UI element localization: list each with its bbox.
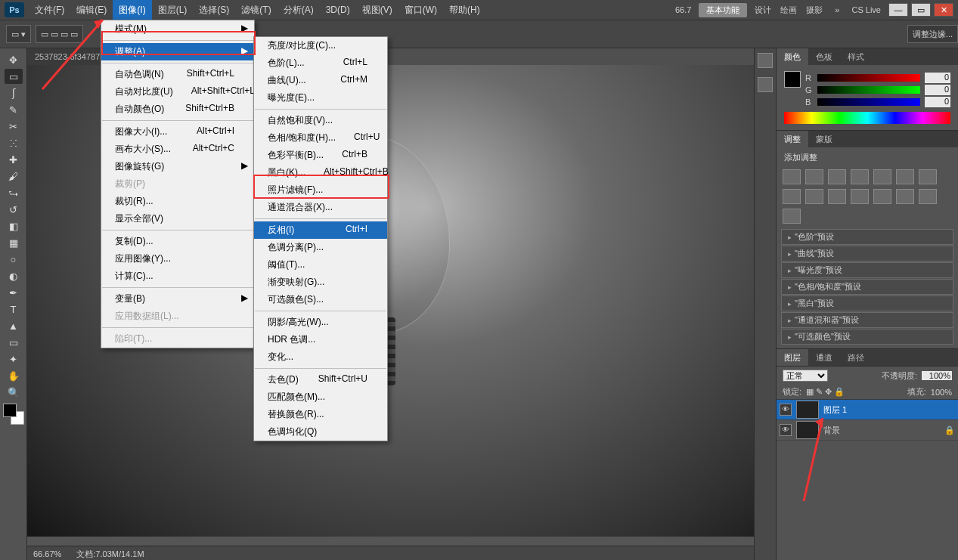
pen-tool[interactable]: ✒ — [5, 285, 23, 300]
zoom-tool[interactable]: 🔍 — [5, 385, 23, 400]
preset-"曝光度"预设[interactable]: "曝光度"预设 — [781, 262, 953, 278]
preset-"通道混和器"预设[interactable]: "通道混和器"预设 — [781, 312, 953, 328]
3d-tool[interactable]: ✦ — [5, 351, 23, 367]
type-tool[interactable]: T — [5, 302, 23, 317]
layer-背景[interactable]: 👁背景🔒 — [777, 420, 958, 441]
blend-mode-select[interactable]: 正常 — [783, 370, 828, 382]
menuitem-图像旋转(G)[interactable]: 图像旋转(G)▶ — [101, 158, 254, 175]
tab-color[interactable]: 颜色 — [777, 48, 808, 65]
menuitem-去色(D)[interactable]: 去色(D)Shift+Ctrl+U — [254, 371, 387, 388]
history-brush-tool[interactable]: ↺ — [5, 202, 23, 217]
menu-帮助H[interactable]: 帮助(H) — [443, 0, 486, 20]
color-swatch[interactable] — [784, 71, 801, 88]
history-icon[interactable] — [758, 77, 773, 92]
foreground-background-colors[interactable] — [3, 404, 24, 425]
preset-"曲线"预设[interactable]: "曲线"预设 — [781, 246, 953, 261]
menu-编辑E[interactable]: 编辑(E) — [70, 0, 113, 20]
tab-styles[interactable]: 样式 — [840, 48, 872, 65]
menu-窗口W[interactable]: 窗口(W) — [398, 0, 443, 20]
menuitem-自动对比度(U)[interactable]: 自动对比度(U)Alt+Shift+Ctrl+L — [101, 83, 254, 101]
adjustment-icon-13[interactable] — [919, 189, 937, 204]
menu-选择S[interactable]: 选择(S) — [193, 0, 235, 20]
menuitem-色阶(L)...[interactable]: 色阶(L)...Ctrl+L — [254, 54, 387, 72]
blur-tool[interactable]: ○ — [5, 252, 23, 267]
gradient-tool[interactable]: ▦ — [5, 235, 23, 250]
workspace-设计[interactable]: 设计 — [750, 5, 776, 16]
lasso-tool[interactable]: ʃ — [5, 85, 23, 101]
menuitem-HDR 色调...[interactable]: HDR 色调... — [254, 331, 387, 348]
dodge-tool[interactable]: ◐ — [5, 268, 23, 283]
adjustment-icon-11[interactable] — [873, 189, 891, 204]
move-tool[interactable]: ✥ — [5, 52, 23, 67]
adjustment-icon-8[interactable] — [805, 189, 823, 204]
blue-slider[interactable] — [817, 98, 920, 106]
brush-tool[interactable]: 🖌 — [5, 169, 23, 184]
menu-视图V[interactable]: 视图(V) — [356, 0, 398, 20]
menuitem-亮度/对比度(C)...[interactable]: 亮度/对比度(C)... — [254, 37, 387, 54]
red-value[interactable]: 0 — [925, 73, 950, 83]
swatches-icon[interactable] — [758, 53, 773, 68]
workspace-摄影[interactable]: 摄影 — [801, 5, 827, 16]
green-slider[interactable] — [817, 86, 920, 94]
menu-滤镜T[interactable]: 滤镜(T) — [235, 0, 277, 20]
menu-文件F[interactable]: 文件(F) — [29, 0, 70, 20]
menuitem-变量(B)[interactable]: 变量(B)▶ — [101, 290, 254, 308]
tab-swatches[interactable]: 色板 — [808, 48, 840, 65]
tab-paths[interactable]: 路径 — [840, 349, 872, 366]
menu-分析A[interactable]: 分析(A) — [277, 0, 320, 20]
menuitem-曲线(U)...[interactable]: 曲线(U)...Ctrl+M — [254, 72, 387, 89]
spectrum-picker[interactable] — [784, 112, 950, 124]
tab-masks[interactable]: 蒙版 — [808, 131, 840, 147]
fill-value[interactable]: 100% — [931, 388, 952, 397]
menuitem-阴影/高光(W)...[interactable]: 阴影/高光(W)... — [254, 314, 387, 331]
menuitem-自然饱和度(V)...[interactable]: 自然饱和度(V)... — [254, 112, 387, 129]
green-value[interactable]: 0 — [925, 85, 950, 95]
tab-adjustments[interactable]: 调整 — [777, 131, 808, 147]
menuitem-曝光度(E)...[interactable]: 曝光度(E)... — [254, 89, 387, 107]
cslive-button[interactable]: CS Live — [847, 5, 885, 14]
menuitem-通道混合器(X)...[interactable]: 通道混合器(X)... — [254, 199, 387, 216]
menuitem-色相/饱和度(H)...[interactable]: 色相/饱和度(H)...Ctrl+U — [254, 129, 387, 147]
menuitem-变化...[interactable]: 变化... — [254, 348, 387, 366]
rectangle-tool[interactable]: ▭ — [5, 335, 23, 350]
workspace-绘画[interactable]: 绘画 — [776, 5, 801, 16]
menuitem-应用图像(Y)...[interactable]: 应用图像(Y)... — [101, 250, 254, 268]
adjustment-icon-2[interactable] — [828, 169, 846, 184]
menuitem-自动颜色(O)[interactable]: 自动颜色(O)Shift+Ctrl+B — [101, 101, 254, 118]
healing-brush-tool[interactable]: ✚ — [5, 152, 23, 167]
preset-"色相/饱和度"预设[interactable]: "色相/饱和度"预设 — [781, 279, 953, 295]
menuitem-色调分离(P)...[interactable]: 色调分离(P)... — [254, 239, 387, 256]
menuitem-裁切(R)...[interactable]: 裁切(R)... — [101, 193, 254, 210]
window-maximize-button[interactable]: ▭ — [911, 3, 931, 17]
adjustment-icon-14[interactable] — [783, 209, 801, 224]
adjustment-icon-0[interactable] — [783, 169, 801, 184]
clone-stamp-tool[interactable]: ⮑ — [5, 185, 23, 200]
menuitem-反相(I)[interactable]: 反相(I)Ctrl+I — [254, 221, 387, 239]
menuitem-复制(D)...[interactable]: 复制(D)... — [101, 233, 254, 250]
workspace-button[interactable]: 基本功能 — [699, 3, 747, 17]
menuitem-调整(A)[interactable]: 调整(A)▶ — [101, 43, 254, 60]
adjustment-icon-3[interactable] — [851, 169, 869, 184]
menuitem-阈值(T)...[interactable]: 阈值(T)... — [254, 256, 387, 274]
menuitem-替换颜色(R)...[interactable]: 替换颜色(R)... — [254, 406, 387, 423]
layer-图层 1[interactable]: 👁图层 1 — [777, 400, 958, 420]
preset-"色阶"预设[interactable]: "色阶"预设 — [781, 229, 953, 245]
menuitem-计算(C)...[interactable]: 计算(C)... — [101, 268, 254, 285]
hand-tool[interactable]: ✋ — [5, 368, 23, 383]
menuitem-色彩平衡(B)...[interactable]: 色彩平衡(B)...Ctrl+B — [254, 147, 387, 164]
adjustment-icon-4[interactable] — [873, 169, 891, 184]
adjustment-icon-5[interactable] — [896, 169, 914, 184]
eyedropper-tool[interactable]: ⵘ — [5, 135, 23, 150]
adjustment-icon-12[interactable] — [896, 189, 914, 204]
menuitem-显示全部(V)[interactable]: 显示全部(V) — [101, 210, 254, 227]
rectangular-marquee-tool[interactable]: ▭ — [5, 69, 23, 84]
adjustment-icon-1[interactable] — [805, 169, 823, 184]
quick-selection-tool[interactable]: ✎ — [5, 102, 23, 117]
lock-icons[interactable]: ▦ ✎ ✥ 🔒 — [806, 387, 845, 397]
zoom-percentage[interactable]: 66.67% — [33, 549, 61, 558]
menu-图像I[interactable]: 图像(I) — [113, 0, 151, 20]
menuitem-色调均化(Q)[interactable]: 色调均化(Q) — [254, 423, 387, 441]
red-slider[interactable] — [817, 74, 920, 82]
visibility-toggle[interactable]: 👁 — [780, 424, 792, 436]
menuitem-模式(M)[interactable]: 模式(M)▶ — [101, 20, 254, 38]
